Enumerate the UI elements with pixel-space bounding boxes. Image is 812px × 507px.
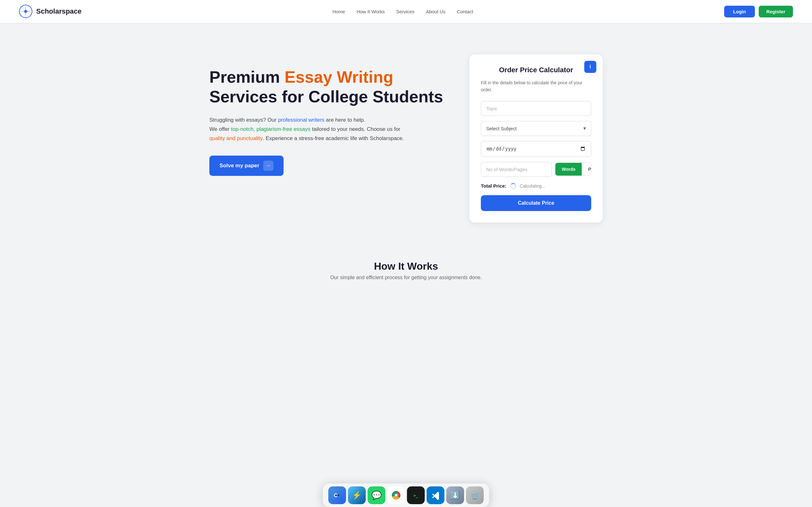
dock-trash[interactable]: 🗑️ bbox=[466, 487, 484, 504]
trash-icon: 🗑️ bbox=[470, 491, 479, 500]
quality-punctuality-link: quality and punctuality bbox=[209, 135, 263, 141]
flutter-icon: ⚡ bbox=[352, 491, 362, 500]
calculating-spinner bbox=[510, 183, 516, 189]
topic-field-group bbox=[481, 101, 591, 116]
whatsapp-icon: 💬 bbox=[371, 491, 382, 500]
login-button[interactable]: Login bbox=[724, 6, 755, 17]
calculate-price-button[interactable]: Calculate Price bbox=[481, 195, 591, 211]
calculating-text: Calculating... bbox=[520, 183, 546, 188]
vscode-icon bbox=[430, 490, 441, 501]
hero-description: Struggling with essays? Our professional… bbox=[209, 116, 450, 143]
dock-chrome[interactable] bbox=[387, 487, 405, 504]
deadline-input[interactable] bbox=[481, 141, 591, 157]
cta-label: Solve my paper bbox=[219, 163, 259, 169]
subject-field-group: Select Subject Mathematics English Scien… bbox=[481, 121, 591, 136]
downloads-icon: ⬇️ bbox=[450, 491, 460, 500]
dock-flutter[interactable]: ⚡ bbox=[348, 487, 366, 504]
dock-downloads[interactable]: ⬇️ bbox=[446, 487, 464, 504]
plagiarism-free-link: top-notch, plagiarism-free essays bbox=[231, 126, 310, 132]
page-wrapper: Scholarspace Home How It Works Services … bbox=[0, 0, 812, 507]
svg-point-5 bbox=[335, 494, 337, 496]
words-pages-toggle: Words Pages bbox=[555, 163, 591, 176]
brand: Scholarspace bbox=[19, 5, 82, 18]
brand-logo-icon bbox=[19, 5, 32, 18]
hero-title-highlight: Essay Writing bbox=[285, 68, 393, 86]
subject-select[interactable]: Select Subject Mathematics English Scien… bbox=[481, 121, 591, 136]
total-price-label: Total Price: bbox=[481, 183, 507, 188]
total-price-row: Total Price: Calculating... bbox=[481, 183, 591, 189]
hero-desc-line2: We offer top-notch, plagiarism-free essa… bbox=[209, 125, 450, 134]
hero-title-plain: Premium bbox=[209, 68, 285, 86]
terminal-icon: >_ bbox=[413, 493, 418, 498]
svg-point-12 bbox=[395, 494, 397, 497]
dock-vscode[interactable] bbox=[426, 487, 444, 504]
nav-how-it-works[interactable]: How It Works bbox=[357, 9, 385, 14]
svg-point-6 bbox=[338, 494, 339, 496]
calculator-card: i Order Price Calculator Fill in the det… bbox=[469, 55, 603, 222]
nav-contact[interactable]: Contact bbox=[457, 9, 473, 14]
hero-title-rest: Services for College Students bbox=[209, 88, 443, 106]
register-button[interactable]: Register bbox=[759, 6, 793, 17]
navbar-links: Home How It Works Services About Us Cont… bbox=[333, 9, 473, 14]
hero-section: Premium Essay Writing Services for Colle… bbox=[209, 48, 450, 176]
nav-about-us[interactable]: About Us bbox=[426, 9, 446, 14]
dock-finder[interactable] bbox=[328, 487, 346, 504]
section-subtitle: Our simple and efficient process for get… bbox=[209, 275, 603, 280]
hero-desc-line3: quality and punctuality. Experience a st… bbox=[209, 134, 450, 143]
topic-input[interactable] bbox=[481, 101, 591, 116]
words-toggle-button[interactable]: Words bbox=[555, 163, 582, 176]
nav-home[interactable]: Home bbox=[333, 9, 345, 14]
professional-writers-link[interactable]: professional writers bbox=[278, 117, 324, 123]
dock-whatsapp[interactable]: 💬 bbox=[368, 487, 386, 504]
chrome-icon bbox=[391, 490, 402, 501]
main-content: Premium Essay Writing Services for Colle… bbox=[184, 23, 628, 241]
nav-services[interactable]: Services bbox=[396, 9, 415, 14]
macos-dock: ⚡ 💬 >_ ⬇️ 🗑️ bbox=[323, 484, 489, 507]
hero-title: Premium Essay Writing Services for Colle… bbox=[209, 67, 450, 107]
calculator-description: Fill in the details below to calculate t… bbox=[481, 79, 591, 94]
finder-icon bbox=[332, 490, 343, 501]
navbar-actions: Login Register bbox=[724, 6, 793, 17]
words-pages-input[interactable] bbox=[481, 162, 552, 177]
dock-terminal[interactable]: >_ bbox=[407, 487, 425, 504]
date-field-group bbox=[481, 141, 591, 157]
how-it-works-section: How It Works Our simple and efficient pr… bbox=[184, 241, 628, 293]
info-icon: i bbox=[590, 64, 591, 70]
info-button[interactable]: i bbox=[584, 61, 596, 73]
pages-toggle-button[interactable]: Pages bbox=[582, 163, 591, 176]
words-pages-group: Words Pages bbox=[481, 162, 591, 177]
section-title: How It Works bbox=[209, 261, 603, 272]
brand-name: Scholarspace bbox=[36, 7, 82, 15]
hero-desc-line1: Struggling with essays? Our professional… bbox=[209, 116, 450, 125]
navbar: Scholarspace Home How It Works Services … bbox=[0, 0, 812, 23]
solve-paper-button[interactable]: Solve my paper → bbox=[209, 156, 284, 176]
cta-arrow-icon: → bbox=[263, 161, 273, 171]
calculator-title: Order Price Calculator bbox=[481, 66, 591, 74]
